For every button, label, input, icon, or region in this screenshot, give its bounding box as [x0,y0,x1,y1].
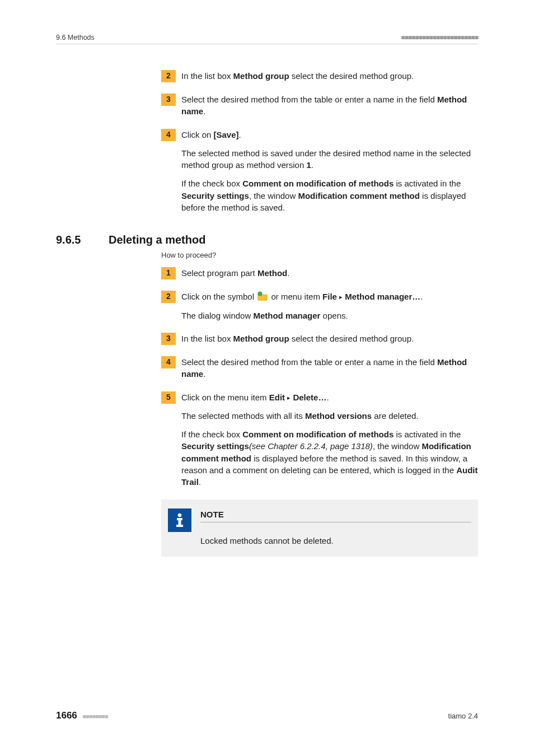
step-text: The dialog window Method manager opens. [181,310,478,321]
step-text: Select program part Method. [181,267,478,279]
header-dashes: ■■■■■■■■■■■■■■■■■■■■■■ [401,34,478,41]
step-text: The selected method is saved under the d… [181,147,478,171]
note-body: Locked methods cannot be deleted. [200,535,471,547]
numbered-step: 5Click on the menu item Edit ▸ Delete….T… [161,391,478,488]
steps-group-b: 1Select program part Method.2Click on th… [161,267,478,488]
step-text: Click on [Save]. [181,129,478,141]
svg-rect-4 [176,525,183,527]
section-title: Deleting a method [109,234,205,246]
method-manager-icon [257,291,268,301]
menu-separator-icon: ▸ [339,293,343,300]
step-text: If the check box Comment on modification… [181,178,478,213]
numbered-step: 3Select the desired method from the tabl… [161,94,478,118]
step-number: 4 [161,356,176,368]
header-section: 9.6 Methods [56,34,95,41]
numbered-step: 4Select the desired method from the tabl… [161,356,478,380]
numbered-step: 4Click on [Save].The selected method is … [161,129,478,214]
step-text: Select the desired method from the table… [181,356,478,380]
step-text: If the check box Comment on modification… [181,428,478,488]
note-box: NOTE Locked methods cannot be deleted. [161,500,478,557]
numbered-step: 2In the list box Method group select the… [161,70,478,82]
numbered-step: 3In the list box Method group select the… [161,333,478,345]
step-number: 4 [161,129,176,141]
page-number: 1666 [56,710,77,721]
step-number: 3 [161,333,176,345]
howto-line: How to proceed? [161,251,478,259]
info-icon [168,508,191,532]
numbered-step: 1Select program part Method. [161,267,478,279]
steps-group-a: 2In the list box Method group select the… [161,70,478,213]
svg-point-0 [258,292,262,296]
svg-point-1 [178,513,182,517]
step-text: The selected methods with all its Method… [181,410,478,422]
step-number: 1 [161,267,176,279]
step-text: Click on the menu item Edit ▸ Delete…. [181,391,478,403]
step-number: 3 [161,94,176,106]
footer-dashes: ■■■■■■■■ [82,713,107,720]
step-number: 2 [161,70,176,82]
running-header: 9.6 Methods ■■■■■■■■■■■■■■■■■■■■■■ [56,34,478,44]
section-number: 9.6.5 [56,234,109,246]
note-title: NOTE [200,508,471,522]
step-number: 2 [161,291,176,303]
step-number: 5 [161,391,176,404]
step-text: Select the desired method from the table… [181,94,478,118]
step-text: In the list box Method group select the … [181,70,478,82]
section-heading: 9.6.5 Deleting a method [56,234,478,246]
product-name: tiamo 2.4 [448,712,478,720]
page-footer: 1666 ■■■■■■■■ tiamo 2.4 [56,710,478,721]
svg-rect-3 [179,518,181,525]
step-text: In the list box Method group select the … [181,333,478,344]
numbered-step: 2Click on the symbol or menu item File ▸… [161,291,478,321]
step-text: Click on the symbol or menu item File ▸ … [181,291,478,302]
menu-separator-icon: ▸ [287,394,291,401]
